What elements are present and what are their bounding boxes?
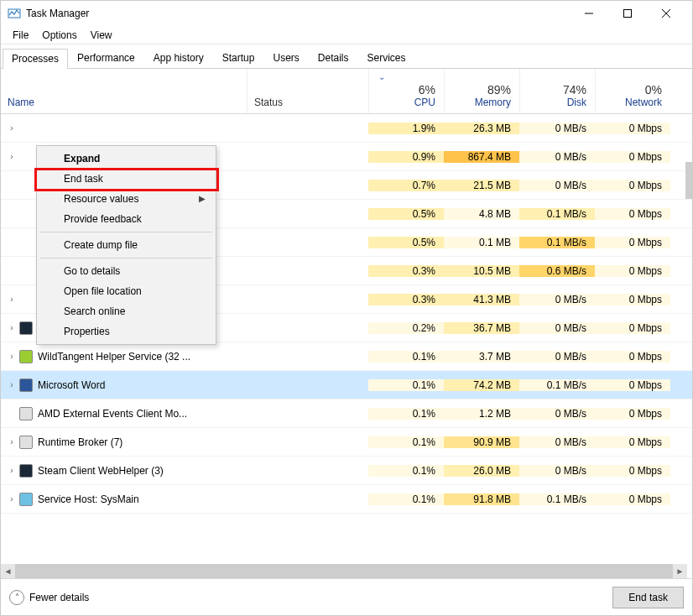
ctx-end-task[interactable]: End task: [39, 169, 214, 189]
table-row[interactable]: ›Service Host: SysMain0.1%91.8 MB0.1 MB/…: [1, 485, 692, 514]
ctx-separator-2: [40, 258, 212, 258]
col-header-name[interactable]: Name: [1, 69, 247, 113]
expander-icon[interactable]: ›: [6, 466, 18, 475]
ctx-expand[interactable]: Expand: [39, 149, 214, 169]
col-status-label: Status: [254, 97, 283, 108]
col-name-label: Name: [8, 97, 34, 108]
expander-icon[interactable]: ›: [6, 295, 18, 304]
ctx-search-online[interactable]: Search online: [39, 301, 214, 321]
cell-net: 0 Mbps: [595, 465, 670, 477]
expander-icon[interactable]: ›: [6, 152, 18, 161]
cell-disk: 0.1 MB/s: [519, 237, 595, 248]
expander-icon[interactable]: ›: [6, 352, 18, 361]
window-controls: [570, 1, 685, 26]
maximize-button[interactable]: [608, 1, 647, 26]
col-header-network[interactable]: 0% Network: [595, 69, 670, 113]
ctx-properties[interactable]: Properties: [39, 321, 214, 342]
cell-name: ›Runtime Broker (7): [1, 436, 247, 449]
cell-cpu: 0.9%: [368, 151, 444, 163]
table-row[interactable]: ›WildTangent Helper Service (32 ...0.1%3…: [1, 342, 692, 371]
cell-mem: 41.3 MB: [444, 294, 519, 305]
memory-label: Memory: [475, 97, 511, 108]
vertical-scrollbar[interactable]: [685, 162, 692, 199]
process-name: Service Host: SysMain: [38, 493, 139, 505]
cell-mem: 21.5 MB: [444, 180, 519, 191]
svg-rect-2: [624, 10, 632, 18]
tab-details[interactable]: Details: [309, 48, 358, 68]
tab-startup[interactable]: Startup: [213, 48, 264, 68]
cell-net: 0 Mbps: [595, 123, 670, 134]
minimize-button[interactable]: [570, 1, 608, 26]
table-row[interactable]: ›1.9%26.3 MB0 MB/s0 Mbps: [1, 114, 692, 143]
cell-cpu: 0.1%: [368, 408, 444, 420]
cell-mem: 26.0 MB: [444, 465, 519, 477]
cell-mem: 867.4 MB: [444, 151, 519, 163]
cell-disk: 0 MB/s: [519, 351, 595, 363]
process-name: AMD External Events Client Mo...: [38, 408, 187, 420]
expander-icon[interactable]: ›: [6, 323, 18, 332]
tab-services[interactable]: Services: [358, 48, 415, 68]
chevron-up-icon: ˄: [9, 590, 24, 605]
footer: ˄ Fewer details End task: [1, 578, 692, 615]
expander-icon[interactable]: ›: [6, 494, 18, 504]
cell-disk: 0 MB/s: [519, 322, 595, 334]
cell-mem: 36.7 MB: [444, 322, 519, 334]
menu-file[interactable]: File: [6, 28, 35, 43]
disk-usage-pct: 74%: [563, 83, 586, 97]
col-header-memory[interactable]: 89% Memory: [444, 69, 519, 113]
cell-mem: 4.8 MB: [444, 208, 519, 220]
col-header-disk[interactable]: 74% Disk: [519, 69, 595, 113]
ctx-separator-1: [40, 232, 212, 232]
memory-usage-pct: 89%: [487, 83, 511, 97]
table-row[interactable]: ›Microsoft Word0.1%74.2 MB0.1 MB/s0 Mbps: [1, 371, 692, 399]
tab-app-history[interactable]: App history: [144, 48, 213, 68]
cell-cpu: 0.7%: [368, 180, 444, 191]
ctx-resource-values[interactable]: Resource values ▶: [39, 189, 214, 209]
menu-options[interactable]: Options: [35, 28, 83, 43]
cell-net: 0 Mbps: [595, 265, 670, 277]
cell-disk: 0.1 MB/s: [519, 208, 595, 220]
expander-icon[interactable]: ›: [6, 437, 18, 446]
expander-icon[interactable]: ›: [6, 380, 18, 389]
cell-cpu: 1.9%: [368, 123, 444, 134]
cell-net: 0 Mbps: [595, 294, 670, 305]
process-name: Microsoft Word: [38, 379, 105, 391]
cell-name: ›Service Host: SysMain: [1, 493, 247, 506]
cell-cpu: 0.1%: [368, 493, 444, 505]
process-name: WildTangent Helper Service (32 ...: [38, 351, 190, 363]
table-row[interactable]: AMD External Events Client Mo...0.1%1.2 …: [1, 399, 692, 428]
horizontal-scrollbar[interactable]: ◄ ►: [1, 564, 687, 578]
steam-icon: [19, 464, 33, 478]
cell-mem: 1.2 MB: [444, 408, 519, 420]
tab-users[interactable]: Users: [263, 48, 308, 68]
cell-cpu: 0.5%: [368, 208, 444, 220]
cpu-usage-pct: 6%: [419, 83, 435, 97]
task-manager-window: Task Manager File Options View Processes…: [0, 0, 693, 616]
table-row[interactable]: ›Runtime Broker (7)0.1%90.9 MB0 MB/s0 Mb…: [1, 428, 692, 457]
close-button[interactable]: [647, 1, 685, 26]
ctx-go-to-details[interactable]: Go to details: [39, 261, 214, 281]
ctx-create-dump[interactable]: Create dump file: [39, 235, 214, 255]
scroll-thumb[interactable]: [15, 564, 673, 578]
cell-cpu: 0.1%: [368, 465, 444, 477]
cell-net: 0 Mbps: [595, 322, 670, 334]
cell-net: 0 Mbps: [595, 151, 670, 163]
table-row[interactable]: ›Steam Client WebHelper (3)0.1%26.0 MB0 …: [1, 457, 692, 485]
ctx-provide-feedback[interactable]: Provide feedback: [39, 209, 214, 229]
fewer-details-toggle[interactable]: ˄ Fewer details: [9, 590, 89, 605]
scroll-left-icon[interactable]: ◄: [1, 564, 15, 578]
rb-icon: [19, 436, 33, 449]
cell-name: ›WildTangent Helper Service (32 ...: [1, 350, 247, 363]
cell-net: 0 Mbps: [595, 493, 670, 505]
expander-icon[interactable]: ›: [6, 123, 18, 133]
scroll-right-icon[interactable]: ►: [673, 564, 687, 578]
cell-disk: 0.1 MB/s: [519, 379, 595, 391]
menu-view[interactable]: View: [84, 28, 119, 43]
ctx-open-file-location[interactable]: Open file location: [39, 281, 214, 301]
col-header-status[interactable]: Status: [247, 69, 368, 113]
tab-processes[interactable]: Processes: [3, 49, 68, 69]
tab-performance[interactable]: Performance: [68, 48, 144, 68]
disk-label: Disk: [567, 97, 586, 108]
cell-disk: 0.1 MB/s: [519, 493, 595, 505]
end-task-button[interactable]: End task: [612, 587, 684, 608]
